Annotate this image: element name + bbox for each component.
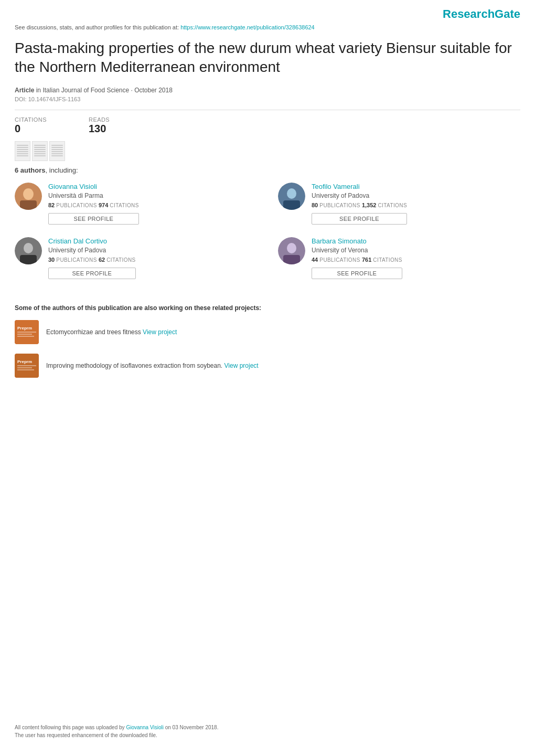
author-name-cc[interactable]: Cristian Dal Cortivo [48,237,136,245]
reads-block: READS 130 [89,116,110,135]
author-name-bs[interactable]: Barbara Simonato [312,237,402,245]
author-stats-gv: 82 PUBLICATIONS 974 CITATIONS [48,202,139,208]
project-link-2[interactable]: View project [224,362,259,369]
project-text-1: Ectomycorrhizae and trees fitness View p… [46,328,177,336]
svg-rect-2 [20,200,37,210]
author-card-tv: Teofilo Vamerali University of Padova 80… [278,183,520,225]
see-discussions-bar: See discussions, stats, and author profi… [0,24,535,30]
related-projects-heading: Some of the authors of this publication … [15,304,520,312]
authors-including: , including: [46,166,78,174]
svg-rect-20 [17,367,32,368]
thumb-page-1 [15,141,30,161]
article-in: in [36,87,43,94]
citations-value: 0 [15,123,47,135]
citations-block: CITATIONS 0 [15,116,47,135]
divider-top [15,110,520,110]
author-info-cc: Cristian Dal Cortivo University of Padov… [48,237,136,279]
article-journal: Italian Journal of Food Science [42,87,129,94]
avatar-tv [278,183,305,210]
paper-title: Pasta-making properties of the new durum… [15,39,520,77]
article-meta: Article in Italian Journal of Food Scien… [15,87,520,94]
see-profile-button-tv[interactable]: SEE PROFILE [312,213,407,225]
author-institution-tv: University of Padova [312,192,407,199]
svg-rect-16 [17,336,34,337]
svg-rect-14 [17,332,36,333]
author-info-bs: Barbara Simonato University of Verona 44… [312,237,402,279]
project-thumb-2: Preprm [15,354,39,378]
authors-grid: Giovanna Visioli Università di Parma 82 … [15,183,520,292]
svg-text:Preprm: Preprm [17,359,32,364]
svg-rect-8 [20,255,37,264]
svg-rect-15 [17,334,32,335]
authors-heading: 6 authors, including: [15,166,520,174]
reads-label: READS [89,116,110,123]
avatar-image-tv [278,183,305,210]
thumb-page-2 [32,141,48,161]
stats-row: CITATIONS 0 READS 130 [15,116,520,135]
doi: DOI: 10.14674/IJFS-1163 [15,96,520,102]
svg-text:Preprm: Preprm [17,326,32,331]
author-info-tv: Teofilo Vamerali University of Padova 80… [312,183,407,225]
main-content: Pasta-making properties of the new durum… [0,39,535,378]
avatar-image-cc [15,237,42,264]
project-link-1[interactable]: View project [143,328,177,336]
avatar-gv [15,183,42,210]
footer-line-2: The user has requested enhancement of th… [15,732,520,738]
footer-person-link[interactable]: Giovanna Visioli [126,725,164,730]
author-stats-cc: 30 PUBLICATIONS 62 CITATIONS [48,257,136,263]
top-bar: ResearchGate [0,0,535,24]
see-profile-button-gv[interactable]: SEE PROFILE [48,213,139,225]
author-card-bs: Barbara Simonato University of Verona 44… [278,237,520,279]
author-name-gv[interactable]: Giovanna Visioli [48,183,139,190]
footer-line-1: All content following this page was uplo… [15,725,520,730]
see-profile-button-cc[interactable]: SEE PROFILE [48,268,136,279]
svg-point-7 [24,243,33,253]
svg-rect-19 [17,365,36,366]
thumb-page-3 [49,141,65,161]
project-text-2: Improving methodology of isoflavones ext… [46,362,259,369]
thumbnail-strip [15,141,520,161]
project-item-1: Preprm Ectomycorrhizae and trees fitness… [15,320,520,344]
author-info-gv: Giovanna Visioli Università di Parma 82 … [48,183,139,225]
avatar-cc [15,237,42,264]
brand-logo[interactable]: ResearchGate [443,7,520,21]
svg-rect-21 [17,369,34,370]
author-card-cc: Cristian Dal Cortivo University of Padov… [15,237,257,279]
see-profile-button-bs[interactable]: SEE PROFILE [312,268,402,279]
citations-label: CITATIONS [15,116,47,123]
author-institution-gv: Università di Parma [48,192,139,199]
article-date: October 2018 [134,87,173,94]
avatar-bs [278,237,305,264]
avatar-image-gv [15,183,42,210]
see-discussions-link[interactable]: https://www.researchgate.net/publication… [180,24,315,30]
svg-point-4 [287,188,296,199]
authors-count: 6 authors [15,166,46,174]
author-institution-cc: University of Padova [48,247,136,254]
article-type: Article [15,87,34,94]
author-institution-bs: University of Verona [312,247,402,254]
author-card-gv: Giovanna Visioli Università di Parma 82 … [15,183,257,225]
project-thumb-1: Preprm [15,320,39,344]
svg-point-10 [287,243,296,253]
project-item-2: Preprm Improving methodology of isoflavo… [15,354,520,378]
footer: All content following this page was uplo… [15,725,520,740]
svg-point-1 [23,188,34,200]
author-stats-bs: 44 PUBLICATIONS 761 CITATIONS [312,257,402,263]
author-stats-tv: 80 PUBLICATIONS 1,352 CITATIONS [312,202,407,208]
see-discussions-text: See discussions, stats, and author profi… [15,24,179,30]
author-name-tv[interactable]: Teofilo Vamerali [312,183,407,190]
svg-rect-5 [283,200,300,210]
svg-rect-11 [283,255,300,264]
avatar-image-bs [278,237,305,264]
reads-value: 130 [89,123,110,135]
